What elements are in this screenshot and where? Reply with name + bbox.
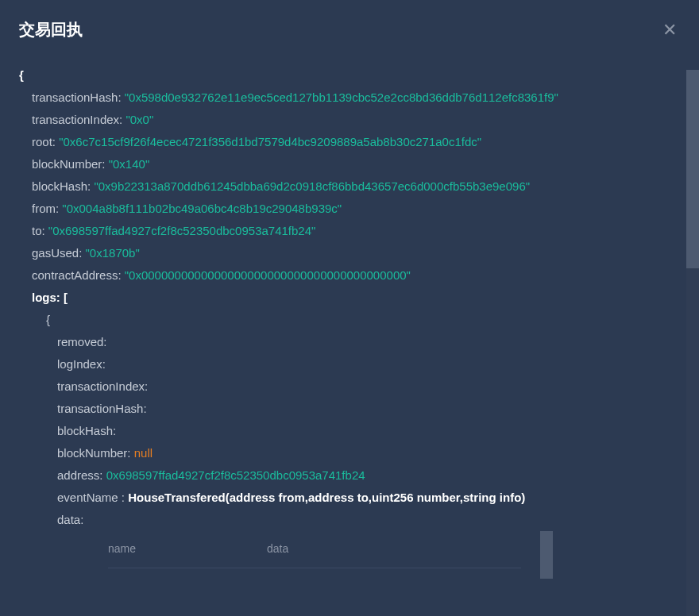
field-gas-used: gasUsed: "0x1870b" — [19, 242, 675, 264]
data-table: name data — [108, 537, 521, 568]
content-wrapper: { transactionHash: "0x598d0e932762e11e9e… — [0, 55, 699, 601]
log-block-number: blockNumber: null — [19, 442, 675, 464]
field-transaction-hash: transactionHash: "0x598d0e932762e11e9ec5… — [19, 87, 675, 109]
field-key: blockHash: — [32, 175, 94, 198]
log-key: address: — [57, 468, 106, 482]
log-value-address: 0x698597ffad4927cf2f8c52350dbc0953a741fb… — [106, 468, 365, 482]
dialog-header: 交易回执 ✕ — [0, 0, 699, 55]
log-key: data: — [57, 513, 83, 526]
field-key: root: — [32, 131, 59, 153]
log-open-brace: { — [19, 309, 675, 331]
log-removed: removed: — [19, 331, 675, 353]
logs-label: logs: [ — [19, 287, 675, 309]
field-transaction-index: transactionIndex: "0x0" — [19, 109, 675, 131]
field-key: to: — [32, 220, 48, 242]
field-block-number: blockNumber: "0x140" — [19, 153, 675, 175]
event-name-value: HouseTransfered(address from,address to,… — [128, 491, 525, 504]
field-root: root: "0x6c7c15cf9f26f4ecec4721f356d1bd7… — [19, 131, 675, 153]
log-key: transactionHash: — [57, 402, 147, 415]
table-scrollbar-thumb[interactable] — [540, 531, 553, 579]
transaction-receipt-dialog: 交易回执 ✕ { transactionHash: "0x598d0e93276… — [0, 0, 699, 616]
field-contract-address: contractAddress: "0x00000000000000000000… — [19, 264, 675, 287]
log-address: address: 0x698597ffad4927cf2f8c52350dbc0… — [19, 464, 675, 487]
field-value: "0x698597ffad4927cf2f8c52350dbc0953a741f… — [48, 220, 316, 242]
field-value: "0x0000000000000000000000000000000000000… — [125, 264, 411, 287]
log-value-null: null — [134, 446, 153, 460]
log-key: removed: — [57, 335, 107, 348]
dialog-title: 交易回执 — [19, 19, 83, 40]
field-value: "0x004a8b8f111b02bc49a06bc4c8b19c29048b9… — [62, 198, 342, 220]
table-header-row: name data — [108, 537, 521, 568]
field-key: transactionHash: — [32, 90, 125, 104]
col-header-name: name — [108, 537, 267, 560]
field-key: transactionIndex: — [32, 109, 126, 131]
field-value: "0x140" — [109, 153, 150, 175]
col-header-data: data — [267, 537, 521, 560]
field-value: "0x598d0e932762e11e9ec5ced127bb1139cbc52… — [125, 90, 558, 104]
log-key: eventName : — [57, 491, 128, 504]
field-key: gasUsed: — [32, 242, 86, 264]
log-event-name: eventName : HouseTransfered(address from… — [19, 487, 675, 509]
log-data: data: — [19, 509, 675, 531]
field-value: "0x0" — [126, 109, 153, 131]
log-key: blockNumber: — [57, 446, 134, 460]
log-log-index: logIndex: — [19, 353, 675, 375]
field-value: "0x1870b" — [86, 242, 140, 264]
log-key: transactionIndex: — [57, 379, 148, 393]
open-brace: { — [19, 64, 675, 87]
log-key: blockHash: — [57, 424, 116, 437]
log-transaction-hash: transactionHash: — [19, 398, 675, 420]
close-icon[interactable]: ✕ — [662, 21, 677, 39]
field-key: contractAddress: — [32, 264, 125, 287]
field-key: blockNumber: — [32, 153, 109, 175]
field-from: from: "0x004a8b8f111b02bc49a06bc4c8b19c2… — [19, 198, 675, 220]
field-key: from: — [32, 198, 62, 220]
log-block-hash: blockHash: — [19, 420, 675, 442]
receipt-content: { transactionHash: "0x598d0e932762e11e9e… — [0, 55, 699, 601]
field-to: to: "0x698597ffad4927cf2f8c52350dbc0953a… — [19, 220, 675, 242]
log-transaction-index: transactionIndex: — [19, 375, 675, 398]
field-block-hash: blockHash: "0x9b22313a870ddb61245dbba69d… — [19, 175, 675, 198]
field-value: "0x6c7c15cf9f26f4ecec4721f356d1bd7579d4b… — [59, 131, 481, 153]
log-key: logIndex: — [57, 357, 106, 371]
field-value: "0x9b22313a870ddb61245dbba69d2c0918cf86b… — [94, 175, 530, 198]
